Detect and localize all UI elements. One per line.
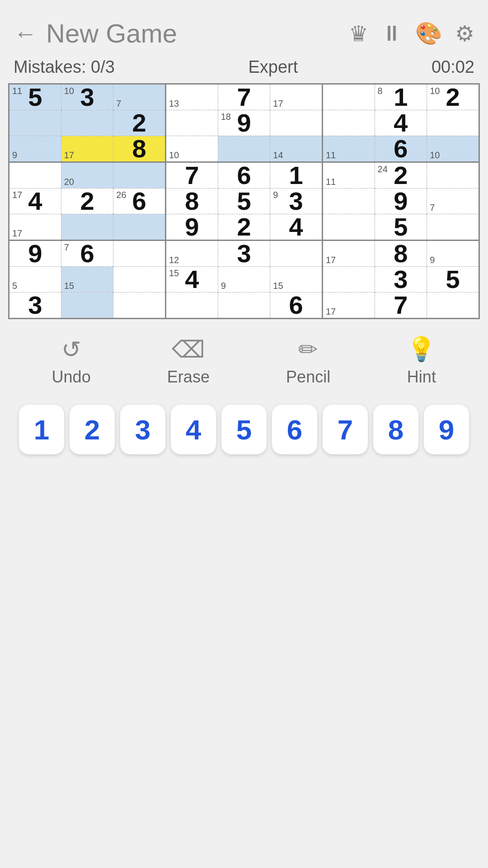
table-row[interactable]: 103 <box>61 84 113 110</box>
table-row[interactable]: 17 <box>61 136 113 162</box>
crown-icon[interactable]: ♛ <box>349 21 368 46</box>
numpad-button-2[interactable]: 2 <box>70 405 115 454</box>
table-row[interactable]: 17 <box>322 292 375 319</box>
numpad-button-5[interactable]: 5 <box>221 405 267 454</box>
table-row[interactable] <box>322 84 375 110</box>
table-row[interactable]: 9 <box>165 214 218 241</box>
table-row[interactable]: 1 <box>270 162 323 189</box>
table-row[interactable]: 10 <box>165 136 218 162</box>
table-row[interactable] <box>427 162 479 189</box>
table-row[interactable] <box>427 292 479 319</box>
table-row[interactable]: 6 <box>270 292 323 319</box>
table-row[interactable] <box>218 136 270 162</box>
table-row[interactable]: 17 <box>9 214 61 241</box>
table-row[interactable] <box>9 162 61 189</box>
table-row[interactable] <box>165 292 218 319</box>
table-row[interactable]: 154 <box>165 267 218 292</box>
table-row[interactable] <box>61 214 113 241</box>
table-row[interactable]: 17 <box>322 241 375 267</box>
pause-icon[interactable]: ⏸ <box>381 21 403 46</box>
table-row[interactable]: 7 <box>113 84 166 110</box>
table-row[interactable]: 189 <box>218 110 270 136</box>
table-row[interactable]: 5 <box>375 214 427 241</box>
table-row[interactable] <box>322 189 375 214</box>
table-row[interactable]: 242 <box>375 162 427 189</box>
table-row[interactable]: 10 <box>427 136 479 162</box>
table-row[interactable]: 14 <box>270 136 323 162</box>
erase-button[interactable]: ⌫ Erase <box>167 336 210 387</box>
numpad-button-1[interactable]: 1 <box>19 405 64 454</box>
table-row[interactable] <box>322 214 375 241</box>
table-row[interactable]: 7 <box>375 292 427 319</box>
table-row[interactable]: 2 <box>218 214 270 241</box>
table-row[interactable]: 3 <box>218 241 270 267</box>
table-row[interactable]: 7 <box>427 189 479 214</box>
table-row[interactable]: 9 <box>9 241 61 267</box>
numpad-button-4[interactable]: 4 <box>171 405 216 454</box>
pencil-button[interactable]: ✏ Pencil <box>286 336 330 387</box>
table-row[interactable] <box>427 214 479 241</box>
table-row[interactable]: 5 <box>218 189 270 214</box>
table-row[interactable] <box>61 110 113 136</box>
table-row[interactable]: 4 <box>270 214 323 241</box>
table-row[interactable]: 20 <box>61 162 113 189</box>
table-row[interactable] <box>9 110 61 136</box>
table-row[interactable]: 2 <box>61 189 113 214</box>
table-row[interactable] <box>218 292 270 319</box>
numpad-button-8[interactable]: 8 <box>373 405 418 454</box>
table-row[interactable] <box>165 110 218 136</box>
table-row[interactable]: 11 <box>322 162 375 189</box>
table-row[interactable]: 6 <box>218 162 270 189</box>
table-row[interactable]: 6 <box>375 136 427 162</box>
table-row[interactable] <box>270 241 323 267</box>
undo-button[interactable]: ↺ Undo <box>52 336 91 387</box>
table-row[interactable] <box>113 162 166 189</box>
table-row[interactable]: 7 <box>165 162 218 189</box>
table-row[interactable] <box>113 292 166 319</box>
table-row[interactable]: 2 <box>113 110 166 136</box>
table-row[interactable]: 9 <box>218 267 270 292</box>
numpad-button-7[interactable]: 7 <box>323 405 368 454</box>
table-row[interactable]: 8 <box>113 136 166 162</box>
table-row[interactable] <box>61 292 113 319</box>
table-row[interactable] <box>322 267 375 292</box>
table-row[interactable]: 12 <box>165 241 218 267</box>
table-row[interactable]: 4 <box>375 110 427 136</box>
table-row[interactable]: 102 <box>427 84 479 110</box>
table-row[interactable]: 266 <box>113 189 166 214</box>
table-row[interactable]: 9 <box>9 136 61 162</box>
table-row[interactable]: 17 <box>270 84 323 110</box>
table-row[interactable] <box>113 241 166 267</box>
table-row[interactable] <box>322 110 375 136</box>
table-row[interactable]: 9 <box>375 189 427 214</box>
numpad-button-6[interactable]: 6 <box>272 405 317 454</box>
table-row[interactable]: 15 <box>270 267 323 292</box>
table-row[interactable]: 3 <box>9 292 61 319</box>
table-row[interactable]: 3 <box>375 267 427 292</box>
table-row[interactable] <box>427 110 479 136</box>
table-row[interactable]: 8 <box>375 241 427 267</box>
numpad-button-9[interactable]: 9 <box>424 405 469 454</box>
table-row[interactable]: 15 <box>61 267 113 292</box>
table-row[interactable] <box>113 267 166 292</box>
table-row[interactable]: 5 <box>9 267 61 292</box>
table-row[interactable]: 11 <box>322 136 375 162</box>
hint-button[interactable]: 💡 Hint <box>407 335 436 387</box>
table-row[interactable]: 81 <box>375 84 427 110</box>
table-row[interactable] <box>270 110 323 136</box>
table-row[interactable]: 9 <box>427 241 479 267</box>
back-button[interactable]: ← <box>14 22 37 45</box>
settings-icon[interactable]: ⚙ <box>455 21 474 46</box>
table-row[interactable]: 93 <box>270 189 323 214</box>
table-row[interactable]: 76 <box>61 241 113 267</box>
table-row[interactable]: 5 <box>427 267 479 292</box>
table-row[interactable]: 13 <box>165 84 218 110</box>
palette-icon[interactable]: 🎨 <box>415 21 442 46</box>
table-row[interactable]: 174 <box>9 189 61 214</box>
cell-value: 5 <box>237 189 251 214</box>
table-row[interactable]: 115 <box>9 84 61 110</box>
table-row[interactable]: 8 <box>165 189 218 214</box>
table-row[interactable]: 7 <box>218 84 270 110</box>
table-row[interactable] <box>113 214 166 241</box>
numpad-button-3[interactable]: 3 <box>120 405 165 454</box>
